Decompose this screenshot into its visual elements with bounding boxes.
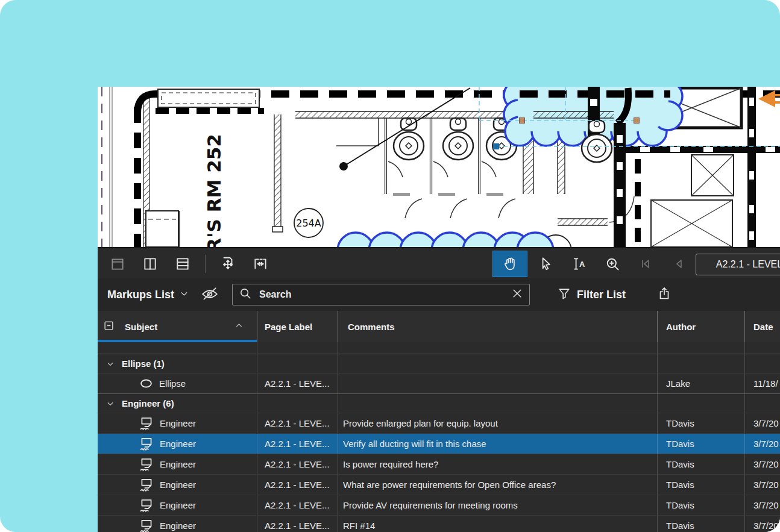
split-horizontal-button[interactable] bbox=[169, 251, 197, 277]
date-cell: 11/18/ bbox=[744, 374, 780, 393]
zoom-tool-button[interactable] bbox=[599, 251, 626, 277]
callout-markup-icon bbox=[139, 416, 154, 431]
comments-cell: Verify all ducting will fit in this chas… bbox=[338, 434, 657, 454]
split-vertical-button[interactable] bbox=[136, 251, 164, 277]
sort-ascending-icon bbox=[234, 321, 244, 332]
date-cell: 3/7/20 bbox=[744, 434, 780, 454]
comments-cell: Provide enlarged plan for equip. layout bbox=[338, 413, 657, 433]
callout-markup-icon bbox=[139, 498, 154, 513]
table-row[interactable]: EngineerA2.2.1 - LEVE...Provide AV requi… bbox=[98, 495, 780, 515]
group-label: Engineer (6) bbox=[122, 398, 174, 408]
author-cell: TDavis bbox=[657, 516, 744, 532]
previous-page-button[interactable] bbox=[665, 251, 693, 277]
selection-handle-active[interactable] bbox=[493, 143, 499, 149]
export-button[interactable] bbox=[657, 286, 671, 303]
subject-label: Engineer bbox=[160, 418, 196, 428]
date-cell: 3/7/20 bbox=[744, 516, 780, 532]
author-cell: JLake bbox=[657, 374, 744, 393]
group-header[interactable]: Engineer (6) bbox=[98, 393, 780, 413]
callout-markup-icon bbox=[139, 477, 154, 493]
ellipse-markup-icon bbox=[139, 376, 154, 391]
page-label-cell: A2.2.1 - LEVE... bbox=[257, 516, 338, 532]
markups-list-toolbar: Markups List Filter List bbox=[98, 278, 780, 311]
page-label-cell: A2.2.1 - LEVE... bbox=[257, 434, 338, 454]
selection-handle[interactable] bbox=[634, 118, 640, 124]
partial-row bbox=[98, 342, 780, 354]
close-icon bbox=[511, 287, 523, 302]
column-header-page-label[interactable]: Page Label bbox=[257, 311, 338, 342]
column-header-comments[interactable]: Comments bbox=[338, 311, 657, 342]
fit-width-button[interactable] bbox=[247, 251, 274, 277]
comments-cell bbox=[338, 374, 657, 393]
table-body: Ellipse (1)EllipseA2.2.1 - LEVE...JLake1… bbox=[98, 354, 780, 532]
split-vertical-icon bbox=[142, 256, 158, 272]
chevron-down-icon bbox=[180, 289, 189, 301]
select-text-button[interactable]: A bbox=[565, 251, 593, 277]
callout-markup-icon bbox=[139, 457, 154, 472]
markups-list-title[interactable]: Markups List bbox=[107, 289, 174, 301]
page-label-cell: A2.2.1 - LEVE... bbox=[257, 475, 338, 495]
callout-markup-icon bbox=[139, 518, 154, 532]
page-select-dropdown[interactable]: A2.2.1 - LEVEL bbox=[696, 254, 780, 275]
search-input[interactable] bbox=[258, 289, 505, 301]
toolbar-divider bbox=[205, 255, 206, 273]
page-label-cell: A2.2.1 - LEVE... bbox=[257, 495, 338, 515]
filter-list-label: Filter List bbox=[577, 289, 626, 301]
author-cell: TDavis bbox=[657, 495, 744, 515]
search-icon bbox=[239, 287, 252, 302]
clear-search-button[interactable] bbox=[511, 287, 523, 302]
table-row[interactable]: EngineerA2.2.1 - LEVE...What are power r… bbox=[98, 474, 780, 495]
previous-page-icon bbox=[671, 257, 686, 271]
comments-cell: Provide AV requirements for meeting room… bbox=[338, 495, 657, 515]
date-cell: 3/7/20 bbox=[744, 454, 780, 474]
sort-column-indicator bbox=[98, 340, 257, 342]
table-header: Subject Page Label Comments Author Date bbox=[98, 311, 780, 342]
subject-label: Engineer bbox=[160, 439, 196, 449]
door-tag: 254A bbox=[296, 217, 321, 229]
page-label-cell: A2.2.1 - LEVE... bbox=[257, 374, 338, 393]
fit-width-icon bbox=[253, 256, 268, 272]
filter-list-button[interactable]: Filter List bbox=[558, 287, 626, 303]
author-cell: TDavis bbox=[657, 413, 744, 433]
layout-tools-group bbox=[98, 251, 274, 277]
floor-plan-viewport[interactable]: ER'S RM 252 bbox=[98, 87, 780, 247]
collapse-all-icon bbox=[104, 321, 114, 333]
selection-handle[interactable] bbox=[520, 118, 525, 124]
svg-text:A: A bbox=[579, 260, 585, 269]
comments-cell: What are power requirements for Open Off… bbox=[338, 475, 657, 495]
single-pane-button[interactable] bbox=[104, 251, 131, 277]
group-collapse-chevron-icon[interactable] bbox=[106, 360, 115, 368]
author-cell: TDavis bbox=[657, 454, 744, 474]
table-row[interactable]: EngineerA2.2.1 - LEVE...Is power require… bbox=[98, 454, 780, 474]
first-page-button[interactable] bbox=[632, 251, 659, 277]
table-row-selected[interactable]: EngineerA2.2.1 - LEVE...Verify all ducti… bbox=[98, 433, 780, 454]
date-cell: 3/7/20 bbox=[744, 413, 780, 433]
app-window: ER'S RM 252 bbox=[98, 87, 780, 532]
column-header-date[interactable]: Date bbox=[744, 311, 780, 342]
author-cell: TDavis bbox=[657, 475, 744, 495]
pan-page-button[interactable] bbox=[214, 251, 242, 277]
page-label-cell: A2.2.1 - LEVE... bbox=[257, 413, 338, 433]
group-header[interactable]: Ellipse (1) bbox=[98, 354, 780, 373]
column-header-author[interactable]: Author bbox=[657, 311, 744, 342]
callout-markup-icon bbox=[139, 436, 154, 452]
author-cell: TDavis bbox=[657, 434, 744, 454]
table-row[interactable]: EngineerA2.2.1 - LEVE...RFI #14TDavis3/7… bbox=[98, 515, 780, 532]
funnel-icon bbox=[558, 287, 571, 303]
hide-markups-button[interactable] bbox=[201, 286, 219, 304]
subject-label: Engineer bbox=[160, 521, 196, 531]
group-collapse-chevron-icon[interactable] bbox=[106, 399, 115, 408]
date-cell: 3/7/20 bbox=[744, 495, 780, 515]
column-header-subject[interactable]: Subject bbox=[98, 311, 257, 342]
table-row[interactable]: EllipseA2.2.1 - LEVE...JLake11/18/ bbox=[98, 373, 780, 393]
table-row[interactable]: EngineerA2.2.1 - LEVE...Provide enlarged… bbox=[98, 413, 780, 433]
select-tool-button[interactable] bbox=[532, 251, 560, 277]
page-select-value: A2.2.1 - LEVEL bbox=[716, 259, 780, 270]
comments-cell: RFI #14 bbox=[338, 516, 657, 532]
hand-tool-button[interactable] bbox=[493, 251, 527, 277]
collapse-all-button[interactable] bbox=[104, 321, 114, 333]
zoom-tool-icon bbox=[605, 256, 621, 272]
select-tool-icon bbox=[538, 256, 554, 272]
markups-list-menu-button[interactable] bbox=[180, 289, 189, 301]
page-label-cell: A2.2.1 - LEVE... bbox=[257, 454, 338, 474]
